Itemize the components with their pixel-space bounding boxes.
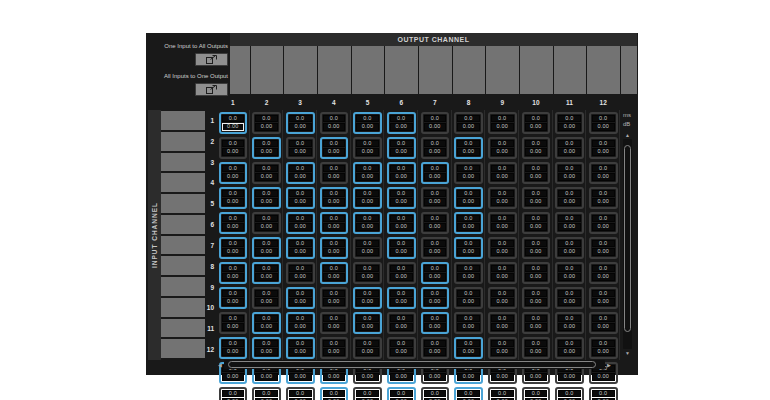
delay-field[interactable]: 0.0 bbox=[558, 190, 581, 198]
gain-field[interactable]: 0.00 bbox=[222, 173, 245, 181]
gain-field[interactable]: 0.00 bbox=[491, 348, 514, 356]
delay-field[interactable]: 0.0 bbox=[525, 290, 548, 298]
delay-field[interactable]: 0.0 bbox=[558, 140, 581, 148]
gain-field[interactable]: 0.00 bbox=[289, 348, 312, 356]
matrix-cell[interactable]: 0.00.00 bbox=[216, 235, 250, 260]
matrix-cell[interactable]: 0.00.00 bbox=[519, 185, 553, 210]
matrix-cell[interactable]: 0.00.00 bbox=[452, 285, 486, 310]
delay-field[interactable]: 0.0 bbox=[356, 215, 379, 223]
gain-field[interactable]: 0.00 bbox=[390, 123, 413, 131]
matrix-cell[interactable]: 0.00.00 bbox=[317, 210, 351, 235]
gain-field[interactable]: 0.00 bbox=[424, 148, 447, 156]
matrix-cell[interactable]: 0.00.00 bbox=[485, 210, 519, 235]
gain-field[interactable]: 0.00 bbox=[525, 223, 548, 231]
gain-field[interactable]: 0.00 bbox=[424, 223, 447, 231]
gain-field[interactable]: 0.00 bbox=[592, 198, 615, 206]
gain-field[interactable]: 0.00 bbox=[255, 198, 278, 206]
delay-field[interactable]: 0.0 bbox=[457, 265, 480, 273]
gain-field[interactable]: 0.00 bbox=[255, 248, 278, 256]
delay-field[interactable]: 0.0 bbox=[558, 290, 581, 298]
matrix-cell[interactable]: 0.00.00 bbox=[384, 310, 418, 335]
gain-field[interactable]: 0.00 bbox=[356, 298, 379, 306]
delay-field[interactable]: 0.0 bbox=[424, 315, 447, 323]
delay-field[interactable]: 0.0 bbox=[356, 190, 379, 198]
delay-field[interactable]: 0.0 bbox=[424, 390, 447, 398]
gain-field[interactable]: 0.00 bbox=[525, 248, 548, 256]
matrix-cell[interactable]: 0.00.00 bbox=[418, 135, 452, 160]
gain-field[interactable]: 0.00 bbox=[491, 223, 514, 231]
matrix-cell[interactable]: 0.00.00 bbox=[250, 185, 284, 210]
matrix-cell[interactable]: 0.00.00 bbox=[485, 110, 519, 135]
matrix-cell[interactable]: 0.00.00 bbox=[283, 260, 317, 285]
delay-field[interactable]: 0.0 bbox=[491, 190, 514, 198]
gain-field[interactable]: 0.00 bbox=[255, 148, 278, 156]
delay-field[interactable]: 0.0 bbox=[424, 265, 447, 273]
delay-field[interactable]: 0.0 bbox=[390, 115, 413, 123]
delay-field[interactable]: 0.0 bbox=[558, 340, 581, 348]
delay-field[interactable]: 0.0 bbox=[525, 240, 548, 248]
delay-field[interactable]: 0.0 bbox=[592, 115, 615, 123]
gain-field[interactable]: 0.00 bbox=[356, 248, 379, 256]
delay-field[interactable]: 0.0 bbox=[323, 215, 346, 223]
matrix-cell[interactable]: 0.00.00 bbox=[586, 160, 620, 185]
scroll-up-icon[interactable]: ▲ bbox=[623, 131, 632, 139]
gain-field[interactable]: 0.00 bbox=[424, 373, 447, 381]
gain-field[interactable]: 0.00 bbox=[323, 273, 346, 281]
delay-field[interactable]: 0.0 bbox=[491, 290, 514, 298]
gain-field[interactable]: 0.00 bbox=[558, 148, 581, 156]
matrix-cell[interactable]: 0.00.00 bbox=[553, 160, 587, 185]
matrix-cell[interactable]: 0.00.00 bbox=[351, 335, 385, 360]
delay-field[interactable]: 0.0 bbox=[390, 165, 413, 173]
gain-field[interactable]: 0.00 bbox=[424, 123, 447, 131]
gain-field[interactable]: 0.00 bbox=[356, 148, 379, 156]
matrix-cell[interactable]: 0.00.00 bbox=[452, 235, 486, 260]
gain-field[interactable]: 0.00 bbox=[255, 173, 278, 181]
matrix-cell[interactable]: 0.00.00 bbox=[418, 110, 452, 135]
gain-field[interactable]: 0.00 bbox=[558, 173, 581, 181]
matrix-cell[interactable]: 0.00.00 bbox=[250, 135, 284, 160]
scroll-right-icon[interactable]: ▶ bbox=[605, 360, 613, 369]
delay-field[interactable]: 0.0 bbox=[592, 215, 615, 223]
matrix-cell[interactable]: 0.00.00 bbox=[317, 335, 351, 360]
delay-field[interactable]: 0.0 bbox=[525, 140, 548, 148]
gain-field[interactable]: 0.00 bbox=[491, 148, 514, 156]
gain-field[interactable]: 0.00 bbox=[592, 223, 615, 231]
gain-field[interactable]: 0.00 bbox=[390, 248, 413, 256]
delay-field[interactable]: 0.0 bbox=[222, 390, 245, 398]
matrix-cell[interactable]: 0.00.00 bbox=[586, 210, 620, 235]
delay-field[interactable]: 0.0 bbox=[457, 390, 480, 398]
gain-field[interactable]: 0.00 bbox=[390, 323, 413, 331]
delay-field[interactable]: 0.0 bbox=[424, 140, 447, 148]
delay-field[interactable]: 0.0 bbox=[289, 340, 312, 348]
gain-field[interactable]: 0.00 bbox=[491, 323, 514, 331]
matrix-cell[interactable]: 0.00.00 bbox=[216, 110, 250, 135]
matrix-cell[interactable]: 0.00.00 bbox=[586, 110, 620, 135]
matrix-cell[interactable]: 0.00.00 bbox=[351, 235, 385, 260]
delay-field[interactable]: 0.0 bbox=[323, 315, 346, 323]
matrix-cell[interactable]: 0.00.00 bbox=[384, 160, 418, 185]
matrix-cell[interactable]: 0.00.00 bbox=[216, 310, 250, 335]
gain-field[interactable]: 0.00 bbox=[323, 198, 346, 206]
matrix-cell[interactable]: 0.00.00 bbox=[553, 210, 587, 235]
gain-field[interactable]: 0.00 bbox=[525, 173, 548, 181]
vertical-scrollbar-thumb[interactable] bbox=[624, 145, 631, 332]
delay-field[interactable]: 0.0 bbox=[222, 215, 245, 223]
matrix-cell[interactable]: 0.00.00 bbox=[384, 235, 418, 260]
delay-field[interactable]: 0.0 bbox=[525, 390, 548, 398]
horizontal-scrollbar-track[interactable] bbox=[224, 360, 605, 369]
matrix-cell[interactable]: 0.00.00 bbox=[351, 210, 385, 235]
gain-field[interactable]: 0.00 bbox=[525, 298, 548, 306]
matrix-cell[interactable]: 0.00.00 bbox=[351, 160, 385, 185]
matrix-cell[interactable]: 0.00.00 bbox=[452, 310, 486, 335]
delay-field[interactable]: 0.0 bbox=[255, 240, 278, 248]
gain-field[interactable]: 0.00 bbox=[457, 223, 480, 231]
delay-field[interactable]: 0.0 bbox=[491, 115, 514, 123]
gain-field[interactable]: 0.00 bbox=[457, 148, 480, 156]
delay-field[interactable]: 0.0 bbox=[390, 390, 413, 398]
matrix-cell[interactable]: 0.00.00 bbox=[553, 135, 587, 160]
matrix-cell[interactable]: 0.00.00 bbox=[553, 385, 587, 400]
gain-field[interactable]: 0.00 bbox=[390, 348, 413, 356]
delay-field[interactable]: 0.0 bbox=[592, 340, 615, 348]
gain-field[interactable]: 0.00 bbox=[390, 223, 413, 231]
gain-field[interactable]: 0.00 bbox=[323, 223, 346, 231]
